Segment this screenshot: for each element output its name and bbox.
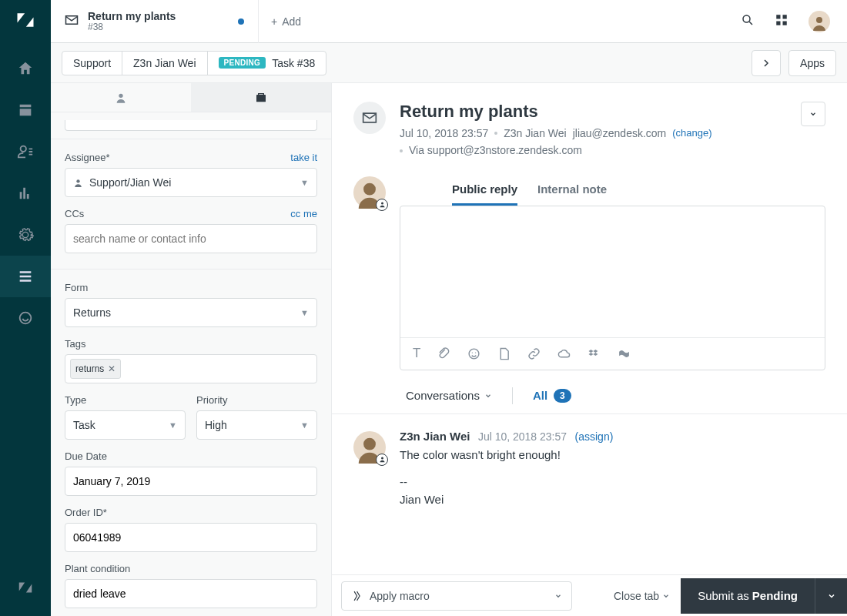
crumb-user[interactable]: Z3n Jian Wei — [122, 52, 207, 75]
dropbox-icon[interactable] — [588, 347, 601, 360]
nav-admin[interactable] — [0, 214, 51, 256]
requester-email: jliau@zendesk.com — [573, 125, 667, 142]
submit-prefix: Submit as — [698, 589, 749, 602]
ticket-timestamp: Jul 10, 2018 23:57 — [400, 125, 488, 142]
tab-subtitle: #38 — [88, 22, 176, 33]
requester-name: Z3n Jian Wei — [504, 125, 566, 142]
order-id-input[interactable] — [65, 523, 317, 552]
add-label: Add — [282, 15, 301, 28]
form-select[interactable]: Returns▼ — [65, 298, 317, 327]
crumb-task: PENDING Task #38 — [208, 52, 326, 75]
apps-button[interactable]: Apps — [788, 50, 836, 76]
agent-badge-icon — [376, 199, 388, 211]
user-badge-icon — [376, 454, 388, 466]
due-date-label: Due Date — [65, 450, 107, 462]
nav-extra[interactable] — [0, 297, 51, 339]
emoji-icon[interactable] — [467, 347, 480, 360]
filter-all[interactable]: All3 — [533, 389, 571, 403]
via-text: Via support@z3nstore.zendesk.com — [409, 142, 582, 159]
nav-selected[interactable] — [0, 256, 51, 297]
nav-home[interactable] — [0, 48, 51, 89]
chevron-down-icon: ▼ — [300, 178, 309, 187]
message-author: Z3n Jian Wei — [400, 430, 470, 443]
breadcrumb: Support Z3n Jian Wei PENDING Task #38 — [62, 51, 326, 75]
take-it-link[interactable]: take it — [290, 152, 317, 163]
agent-avatar — [353, 176, 386, 209]
next-ticket-button[interactable] — [752, 50, 781, 76]
nav-reporting[interactable] — [0, 172, 51, 214]
tag-text: returns — [75, 363, 104, 374]
svg-point-0 — [20, 313, 32, 324]
chevron-down-icon: ▼ — [169, 420, 177, 430]
add-tab-button[interactable]: + Add — [259, 15, 313, 28]
svg-rect-8 — [256, 95, 266, 102]
app-icon[interactable] — [618, 347, 631, 360]
cloud-icon[interactable] — [557, 347, 571, 360]
apps-grid-icon[interactable] — [775, 13, 788, 30]
close-tab-label: Close tab — [614, 590, 659, 602]
topbar: Return my plants #38 + Add — [51, 0, 847, 43]
plus-icon: + — [271, 15, 277, 28]
assign-link[interactable]: (assign) — [575, 430, 614, 443]
sidebar-tab-ticket[interactable] — [191, 83, 331, 112]
breadcrumb-bar: Support Z3n Jian Wei PENDING Task #38 Ap… — [51, 43, 847, 83]
remove-tag-icon[interactable]: ✕ — [108, 363, 116, 374]
reply-editor[interactable]: T — [400, 206, 825, 370]
priority-label: Priority — [196, 394, 227, 406]
text-format-icon[interactable]: T — [413, 346, 420, 361]
search-icon[interactable] — [741, 13, 755, 30]
nav-views[interactable] — [0, 89, 51, 131]
ticket-menu-button[interactable] — [801, 102, 825, 126]
submit-status: Pending — [752, 589, 798, 602]
message-time: Jul 10, 2018 23:57 — [478, 430, 567, 443]
tags-input[interactable]: returns✕ — [65, 354, 317, 383]
nav-rail — [0, 0, 51, 616]
ticket-header: Return my plants Jul 10, 2018 23:57 Z3n … — [332, 83, 847, 172]
conversation-message: Z3n Jian Wei Jul 10, 2018 23:57 (assign)… — [332, 413, 847, 537]
chevron-down-icon: ▼ — [300, 420, 309, 430]
svg-rect-5 — [783, 21, 787, 25]
count-badge: 3 — [554, 389, 571, 403]
plant-condition-input[interactable] — [65, 579, 317, 608]
profile-avatar[interactable] — [808, 11, 830, 32]
ticket-footer: Apply macro Close tab Submit as Pending — [332, 574, 847, 616]
submit-button[interactable]: Submit as Pending — [681, 578, 815, 614]
priority-value: High — [205, 419, 227, 431]
close-tab-button[interactable]: Close tab — [614, 590, 670, 602]
svg-point-12 — [470, 349, 480, 359]
public-reply-tab[interactable]: Public reply — [452, 176, 517, 206]
assignee-label: Assignee* — [65, 152, 110, 163]
link-icon[interactable] — [527, 347, 541, 360]
order-id-label: Order ID* — [65, 507, 107, 518]
svg-rect-4 — [776, 21, 780, 25]
due-date-input[interactable] — [65, 467, 317, 496]
ccs-label: CCs — [65, 208, 84, 219]
conversations-dropdown[interactable]: Conversations — [406, 389, 492, 402]
tag-chip[interactable]: returns✕ — [70, 359, 121, 379]
ccs-input[interactable] — [65, 224, 317, 253]
assignee-select[interactable]: Support/Jian Wei ▼ — [65, 168, 317, 197]
tab-title: Return my plants — [88, 10, 176, 22]
submit-dropdown-button[interactable] — [815, 578, 847, 614]
ticket-tab[interactable]: Return my plants #38 — [51, 0, 259, 43]
attachment-icon[interactable] — [437, 347, 450, 360]
conversation-filter-bar: Conversations All3 — [332, 370, 847, 413]
type-select[interactable]: Task▼ — [65, 410, 186, 440]
ticket-main: Return my plants Jul 10, 2018 23:57 Z3n … — [332, 83, 847, 616]
ticket-sidebar: Assignee* take it Support/Jian Wei ▼ CCs… — [51, 83, 332, 616]
svg-point-13 — [472, 352, 473, 353]
file-icon[interactable] — [497, 347, 511, 360]
svg-point-9 — [76, 179, 79, 182]
cc-me-link[interactable]: cc me — [290, 208, 317, 219]
plant-condition-label: Plant condition — [65, 563, 130, 574]
priority-select[interactable]: High▼ — [196, 410, 317, 440]
internal-note-tab[interactable]: Internal note — [537, 176, 607, 206]
brand-logo[interactable] — [15, 9, 36, 31]
nav-customers[interactable] — [0, 131, 51, 172]
mail-icon — [65, 15, 79, 28]
change-requester-link[interactable]: (change) — [672, 126, 711, 142]
crumb-org[interactable]: Support — [62, 52, 122, 75]
sidebar-tab-user[interactable] — [51, 83, 191, 112]
nav-zendesk-icon[interactable] — [0, 567, 51, 608]
apply-macro-select[interactable]: Apply macro — [341, 581, 572, 611]
